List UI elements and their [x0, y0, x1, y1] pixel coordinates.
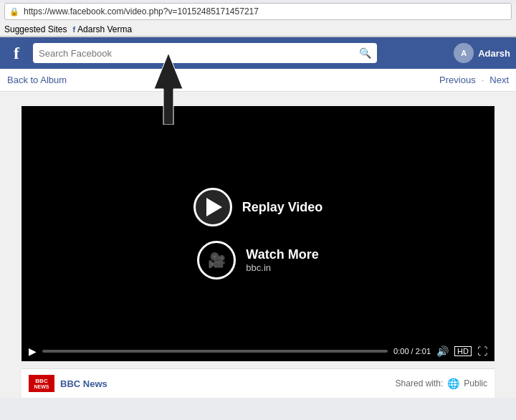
bookmark-suggested-sites[interactable]: Suggested Sites — [4, 24, 67, 34]
hd-badge[interactable]: HD — [454, 346, 472, 356]
user-area: A Adarsh — [454, 43, 510, 63]
video-section: Replay Video 🎥 Watch More bbc.in ▶ 0:00 … — [0, 92, 516, 398]
video-player[interactable]: Replay Video 🎥 Watch More bbc.in ▶ 0:00 … — [22, 106, 494, 361]
play-button[interactable]: ▶ — [29, 345, 37, 357]
bookmark-label: Adarsh Verma — [77, 24, 132, 34]
source-info: BBC NEWS BBC News — [29, 375, 108, 392]
watch-more-sublabel: bbc.in — [246, 262, 318, 273]
watch-more-button[interactable]: 🎥 Watch More bbc.in — [197, 241, 318, 280]
nav-right: Previous · Next — [439, 75, 509, 85]
url-text: https://www.facebook.com/video.php?v=101… — [24, 6, 507, 16]
address-bar[interactable]: 🔒 https://www.facebook.com/video.php?v=1… — [4, 3, 512, 20]
previous-link[interactable]: Previous — [439, 75, 476, 85]
shared-label: Shared with: — [396, 378, 444, 388]
bookmarks-bar: Suggested Sites f Adarsh Verma — [0, 23, 516, 37]
video-info-bar: BBC NEWS BBC News Shared with: 🌐 Public — [22, 368, 494, 398]
source-name[interactable]: BBC News — [60, 378, 108, 389]
username[interactable]: Adarsh — [478, 48, 510, 59]
replay-label-group: Replay Video — [242, 200, 323, 215]
bbc-line2: NEWS — [34, 384, 49, 389]
time-display: 0:00 / 2:01 — [393, 347, 431, 355]
watch-more-label: Watch More — [246, 247, 318, 262]
watch-more-label-group: Watch More bbc.in — [246, 247, 318, 273]
search-icon[interactable]: 🔍 — [359, 47, 371, 59]
bookmark-adarsh-verma[interactable]: f Adarsh Verma — [72, 24, 132, 34]
video-controls: ▶ 0:00 / 2:01 🔊 HD ⛶ — [22, 341, 494, 361]
nav-separator: · — [482, 75, 484, 85]
browser-chrome: 🔒 https://www.facebook.com/video.php?v=1… — [0, 3, 516, 37]
replay-video-button[interactable]: Replay Video — [194, 188, 323, 226]
camera-icon: 🎥 — [208, 252, 226, 269]
volume-icon[interactable]: 🔊 — [436, 345, 449, 357]
camera-circle: 🎥 — [197, 241, 236, 280]
bookmark-label: Suggested Sites — [4, 24, 67, 34]
shared-info: Shared with: 🌐 Public — [396, 378, 487, 389]
search-input[interactable] — [39, 48, 356, 59]
lock-icon: 🔒 — [9, 7, 19, 16]
nav-bar: Back to Album Previous · Next — [0, 69, 516, 92]
globe-icon: 🌐 — [447, 378, 459, 389]
play-circle — [194, 188, 232, 226]
fb-logo[interactable]: f — [6, 44, 27, 63]
bbc-logo: BBC NEWS — [29, 375, 54, 392]
replay-label: Replay Video — [242, 200, 323, 215]
next-link[interactable]: Next — [489, 75, 509, 85]
back-to-album-link[interactable]: Back to Album — [7, 75, 67, 85]
fb-bookmark-icon: f — [72, 25, 75, 34]
bbc-line1: BBC — [35, 378, 47, 384]
fb-header: f 🔍 A Adarsh — [0, 37, 516, 69]
nav-left: Back to Album — [7, 75, 67, 85]
avatar-initial: A — [461, 49, 467, 57]
search-box[interactable]: 🔍 — [33, 43, 377, 63]
fullscreen-icon[interactable]: ⛶ — [477, 345, 487, 357]
play-icon — [206, 198, 222, 216]
avatar[interactable]: A — [454, 43, 474, 63]
video-overlay: Replay Video 🎥 Watch More bbc.in — [194, 188, 323, 280]
visibility-label: Public — [464, 378, 487, 388]
progress-bar[interactable] — [42, 350, 388, 353]
